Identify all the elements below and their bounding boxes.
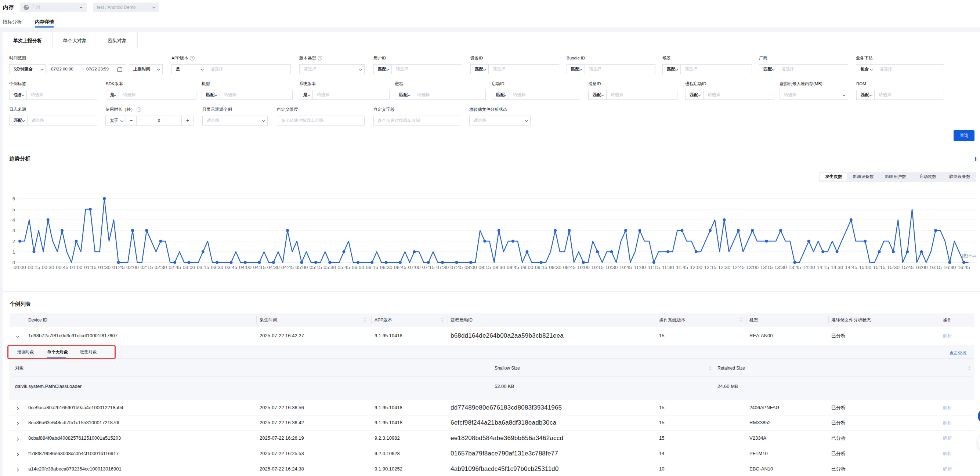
svg-text:08:00: 08:00 <box>465 265 477 270</box>
svg-text:07:30: 07:30 <box>436 265 449 270</box>
svg-text:12:45: 12:45 <box>732 265 745 270</box>
svg-text:13:00: 13:00 <box>746 265 759 270</box>
svg-text:02:45: 02:45 <box>169 265 181 270</box>
svg-text:15:45: 15:45 <box>901 265 913 270</box>
svg-text:09:15: 09:15 <box>535 265 547 270</box>
svg-text:09:45: 09:45 <box>563 265 576 270</box>
svg-text:5: 5 <box>13 206 15 212</box>
svg-text:15:30: 15:30 <box>887 265 900 270</box>
svg-text:14:00: 14:00 <box>803 265 815 270</box>
svg-text:16:45: 16:45 <box>958 265 970 270</box>
svg-text:09:00: 09:00 <box>521 265 533 270</box>
svg-text:10:30: 10:30 <box>606 265 618 270</box>
svg-text:13:45: 13:45 <box>788 265 801 270</box>
svg-text:4: 4 <box>13 217 15 223</box>
svg-text:07:00: 07:00 <box>408 265 421 270</box>
svg-text:14:30: 14:30 <box>831 265 843 270</box>
svg-text:16:15: 16:15 <box>929 265 942 270</box>
svg-text:02:15: 02:15 <box>140 265 153 270</box>
svg-text:11:00: 11:00 <box>634 265 646 270</box>
svg-text:00:15: 00:15 <box>28 265 40 270</box>
svg-text:?: ? <box>319 57 321 60</box>
svg-text:07:45: 07:45 <box>450 265 463 270</box>
svg-text:00:00: 00:00 <box>14 265 26 270</box>
svg-text:12:00: 12:00 <box>690 265 702 270</box>
svg-text:03:30: 03:30 <box>211 265 223 270</box>
svg-text:12:15: 12:15 <box>704 265 716 270</box>
svg-text:6: 6 <box>13 196 15 202</box>
svg-text:10:45: 10:45 <box>619 265 632 270</box>
svg-text:00:45: 00:45 <box>56 265 68 270</box>
svg-text:11:30: 11:30 <box>662 265 674 270</box>
svg-text:14:45: 14:45 <box>845 265 858 270</box>
svg-text:03:45: 03:45 <box>225 265 237 270</box>
svg-text:06:45: 06:45 <box>394 265 406 270</box>
svg-text:08:30: 08:30 <box>493 265 505 270</box>
svg-text:11:45: 11:45 <box>676 265 688 270</box>
svg-text:08:15: 08:15 <box>479 265 491 270</box>
svg-text:02:30: 02:30 <box>154 265 167 270</box>
svg-text:03:15: 03:15 <box>197 265 209 270</box>
svg-text:08:45: 08:45 <box>507 265 519 270</box>
svg-text:1: 1 <box>13 249 15 255</box>
svg-text:01:30: 01:30 <box>98 265 111 270</box>
svg-text:03:00: 03:00 <box>183 265 195 270</box>
svg-text:04:30: 04:30 <box>267 265 280 270</box>
svg-text:16:00: 16:00 <box>915 265 928 270</box>
svg-text:15:00: 15:00 <box>859 265 871 270</box>
svg-text:01:00: 01:00 <box>70 265 83 270</box>
svg-text:统计中: 统计中 <box>962 253 976 259</box>
svg-text:06:30: 06:30 <box>380 265 393 270</box>
svg-text:11:15: 11:15 <box>648 265 660 270</box>
svg-text:16:30: 16:30 <box>943 265 956 270</box>
svg-text:04:00: 04:00 <box>239 265 251 270</box>
svg-text:02:00: 02:00 <box>126 265 139 270</box>
svg-text:13:30: 13:30 <box>775 265 787 270</box>
svg-text:15:15: 15:15 <box>873 265 886 270</box>
svg-text:2: 2 <box>13 238 15 244</box>
svg-text:12:30: 12:30 <box>718 265 731 270</box>
svg-text:10:00: 10:00 <box>577 265 590 270</box>
svg-text:05:15: 05:15 <box>310 265 322 270</box>
svg-text:01:15: 01:15 <box>84 265 97 270</box>
svg-text:10:15: 10:15 <box>591 265 604 270</box>
svg-text:06:15: 06:15 <box>366 265 378 270</box>
svg-text:00:30: 00:30 <box>42 265 54 270</box>
svg-text:04:15: 04:15 <box>253 265 266 270</box>
svg-text:14:15: 14:15 <box>817 265 829 270</box>
svg-text:05:45: 05:45 <box>338 265 350 270</box>
svg-text:01:45: 01:45 <box>112 265 125 270</box>
svg-text:06:00: 06:00 <box>352 265 364 270</box>
svg-text:05:30: 05:30 <box>323 265 336 270</box>
svg-text:13:15: 13:15 <box>760 265 773 270</box>
svg-text:?: ? <box>138 108 140 111</box>
svg-text:07:15: 07:15 <box>422 265 435 270</box>
svg-text:?: ? <box>191 57 193 60</box>
svg-text:09:30: 09:30 <box>549 265 562 270</box>
svg-text:04:45: 04:45 <box>281 265 294 270</box>
svg-text:3: 3 <box>13 228 15 233</box>
svg-text:05:00: 05:00 <box>296 265 308 270</box>
